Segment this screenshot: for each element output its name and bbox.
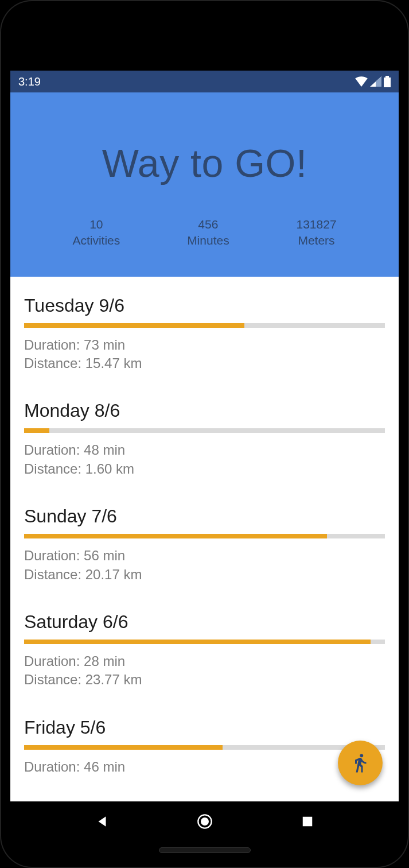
stat-value: 131827 (297, 216, 337, 232)
activity-duration: Duration: 46 min (24, 758, 385, 776)
svg-rect-4 (302, 817, 312, 827)
nav-recent-button[interactable] (298, 812, 317, 831)
stat-label: Activities (72, 232, 120, 249)
activity-item[interactable]: Monday 8/6Duration: 48 minDistance: 1.60… (24, 384, 385, 490)
activity-item[interactable]: Friday 5/6Duration: 46 min (24, 701, 385, 788)
progress-bar (24, 534, 385, 538)
progress-bar-fill (24, 745, 223, 750)
activity-list[interactable]: Tuesday 9/6Duration: 73 minDistance: 15.… (10, 277, 399, 801)
activity-item[interactable]: Saturday 6/6Duration: 28 minDistance: 23… (24, 595, 385, 701)
activity-duration: Duration: 56 min (24, 547, 385, 565)
header-title: Way to GO! (22, 141, 387, 185)
activity-title: Sunday 7/6 (24, 506, 385, 527)
circle-home-icon (197, 813, 213, 830)
activity-item[interactable]: Tuesday 9/6Duration: 73 minDistance: 15.… (24, 279, 385, 385)
activity-duration: Duration: 28 min (24, 652, 385, 671)
progress-bar (24, 323, 385, 328)
progress-bar-fill (24, 640, 371, 644)
start-activity-fab[interactable] (338, 741, 383, 785)
header-stats: 10 Activities 456 Minutes 131827 Meters (22, 216, 387, 249)
phone-frame: 3:19 Way to GO! 10 Activities 456 Minute… (0, 0, 409, 868)
progress-bar (24, 640, 385, 644)
status-icons (355, 76, 391, 87)
summary-header: Way to GO! 10 Activities 456 Minutes 131… (10, 92, 399, 277)
stat-value: 456 (187, 216, 229, 232)
activity-title: Monday 8/6 (24, 400, 385, 421)
square-recent-icon (301, 815, 314, 828)
activity-title: Friday 5/6 (24, 717, 385, 738)
stat-minutes: 456 Minutes (187, 216, 229, 249)
activity-duration: Duration: 73 min (24, 336, 385, 354)
activity-title: Saturday 6/6 (24, 611, 385, 633)
signal-icon (370, 76, 381, 87)
activity-distance: Distance: 1.60 km (24, 460, 385, 478)
stat-label: Minutes (187, 232, 229, 249)
svg-rect-0 (384, 78, 391, 87)
status-time: 3:19 (18, 75, 41, 88)
progress-bar-fill (24, 534, 327, 538)
stat-value: 10 (72, 216, 120, 232)
progress-bar (24, 745, 385, 750)
nav-home-button[interactable] (195, 812, 215, 831)
stat-activities: 10 Activities (72, 216, 120, 249)
progress-bar-fill (24, 428, 49, 433)
activity-distance: Distance: 15.47 km (24, 354, 385, 373)
activity-item[interactable]: Sunday 7/6Duration: 56 minDistance: 20.1… (24, 490, 385, 595)
wifi-icon (355, 76, 368, 87)
bezel (10, 10, 399, 71)
stat-label: Meters (297, 232, 337, 249)
stat-meters: 131827 Meters (297, 216, 337, 249)
activity-distance: Distance: 20.17 km (24, 565, 385, 584)
activity-distance: Distance: 23.77 km (24, 671, 385, 689)
nav-back-button[interactable] (92, 812, 112, 831)
progress-bar (24, 428, 385, 433)
speaker-bottom (159, 847, 251, 853)
activity-title: Tuesday 9/6 (24, 295, 385, 316)
svg-rect-1 (385, 76, 389, 78)
svg-point-3 (201, 817, 209, 826)
activity-duration: Duration: 48 min (24, 441, 385, 459)
triangle-back-icon (95, 814, 110, 829)
run-icon (350, 753, 371, 773)
android-nav-bar (10, 801, 399, 842)
battery-icon (384, 76, 391, 87)
progress-bar-fill (24, 323, 244, 328)
status-bar: 3:19 (10, 71, 399, 92)
app-screen: Way to GO! 10 Activities 456 Minutes 131… (10, 92, 399, 801)
